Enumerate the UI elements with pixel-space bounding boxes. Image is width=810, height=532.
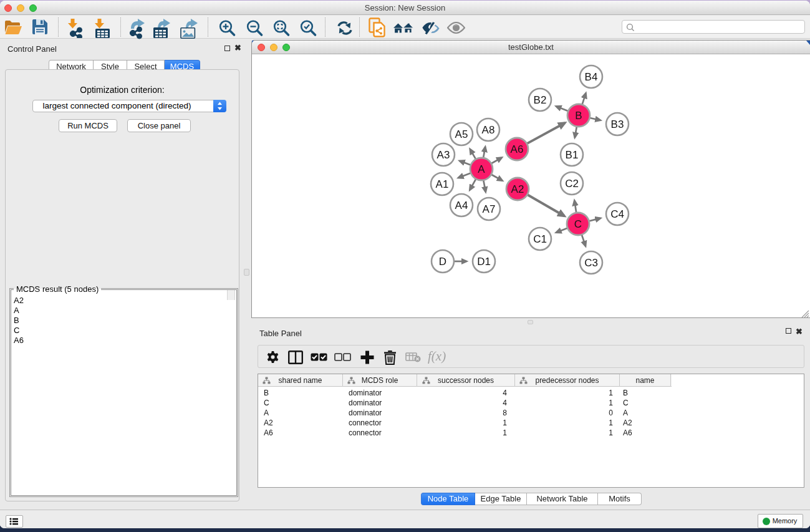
svg-text:A1: A1 xyxy=(436,178,449,190)
svg-text:A5: A5 xyxy=(455,128,468,140)
svg-text:A7: A7 xyxy=(483,203,496,215)
svg-text:B4: B4 xyxy=(585,71,598,83)
svg-text:B1: B1 xyxy=(566,149,579,161)
svg-text:C4: C4 xyxy=(610,208,624,220)
svg-text:A2: A2 xyxy=(511,183,524,195)
svg-text:D: D xyxy=(439,256,446,268)
svg-text:A4: A4 xyxy=(455,200,468,211)
svg-text:B2: B2 xyxy=(534,94,547,106)
svg-text:C2: C2 xyxy=(565,178,579,190)
svg-text:A: A xyxy=(478,163,485,175)
svg-text:C3: C3 xyxy=(584,257,598,269)
svg-text:C: C xyxy=(574,218,582,230)
svg-text:C1: C1 xyxy=(533,233,547,245)
svg-text:A3: A3 xyxy=(437,149,450,161)
svg-text:A6: A6 xyxy=(511,143,524,155)
svg-text:B3: B3 xyxy=(611,118,624,130)
svg-text:D1: D1 xyxy=(477,256,491,268)
svg-text:A8: A8 xyxy=(482,124,495,136)
svg-text:B: B xyxy=(575,110,582,122)
